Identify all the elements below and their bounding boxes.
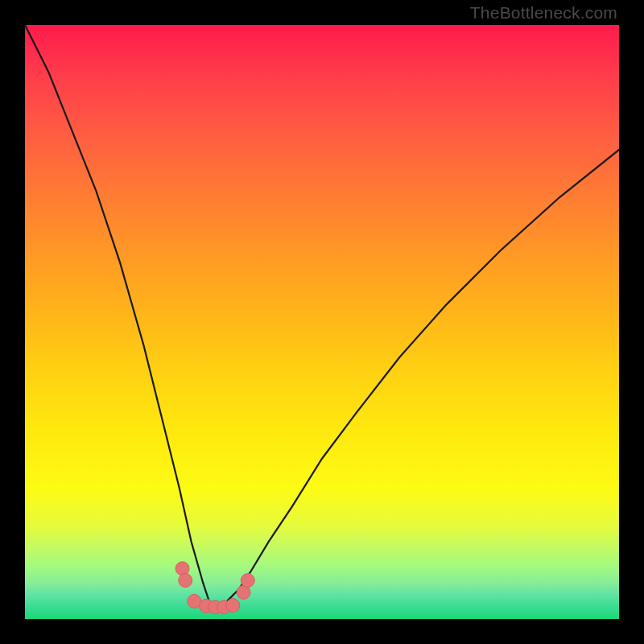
data-point [241,574,254,588]
bottleneck-curve-svg [25,25,619,619]
data-point [226,599,240,613]
plot-area [25,25,619,619]
data-points-group [175,562,254,614]
bottleneck-curve-line [25,25,619,607]
data-point [179,574,192,588]
chart-frame: TheBottleneck.com [0,0,644,644]
watermark-text: TheBottleneck.com [470,3,617,23]
data-point [175,562,189,576]
